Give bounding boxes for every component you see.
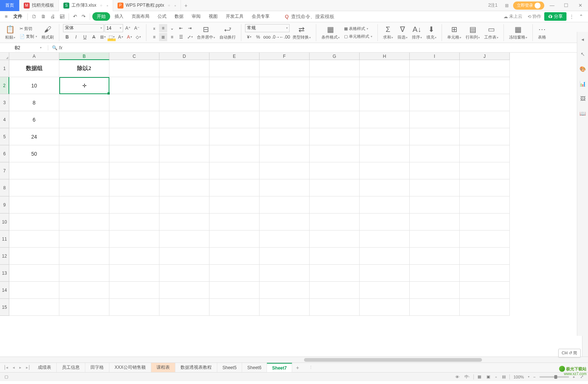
cell[interactable] — [310, 299, 360, 316]
table-more-button[interactable]: ⋯表格 — [536, 24, 548, 41]
cell[interactable] — [360, 299, 410, 316]
status-rec-icon[interactable]: ▢ — [3, 374, 10, 379]
cell[interactable] — [159, 282, 209, 299]
cell[interactable] — [159, 128, 209, 145]
cell[interactable] — [159, 179, 209, 196]
currency-icon[interactable]: ¥ — [245, 33, 253, 41]
cell[interactable] — [410, 128, 460, 145]
cell[interactable] — [310, 162, 360, 179]
cell[interactable] — [260, 128, 310, 145]
cell[interactable] — [310, 265, 360, 282]
cell[interactable] — [360, 265, 410, 282]
cell[interactable] — [260, 145, 310, 162]
row-header[interactable]: 4 — [0, 111, 9, 128]
column-header[interactable]: E — [209, 53, 260, 60]
save-as-icon[interactable]: 🗎 — [39, 12, 48, 21]
underline-button[interactable]: U — [81, 33, 89, 41]
cell[interactable] — [410, 60, 460, 77]
cell[interactable]: 50 — [9, 145, 59, 162]
fill-button[interactable]: ⬇填充▾ — [424, 24, 439, 41]
cell[interactable] — [460, 145, 510, 162]
increase-size-icon[interactable]: A⁺ — [124, 24, 132, 32]
cell[interactable] — [410, 179, 460, 196]
tab-options-icon[interactable]: ○ — [168, 3, 170, 7]
menu-tab-pagelayout[interactable]: 页面布局 — [128, 12, 153, 21]
cell[interactable] — [209, 111, 260, 128]
cellref-dropdown-icon[interactable]: ▾ — [40, 46, 42, 49]
row-header[interactable]: 10 — [0, 213, 9, 231]
cell[interactable] — [9, 265, 59, 282]
cell[interactable]: 10 — [9, 77, 59, 94]
cell[interactable] — [460, 282, 510, 299]
cell[interactable] — [59, 282, 109, 299]
cell[interactable] — [410, 282, 460, 299]
cell[interactable] — [159, 299, 209, 316]
cell[interactable] — [109, 231, 159, 248]
comma-icon[interactable]: ooo — [263, 33, 271, 41]
cell[interactable] — [460, 111, 510, 128]
row-header[interactable]: 9 — [0, 196, 9, 213]
cell[interactable] — [410, 162, 460, 179]
orientation-icon[interactable]: ⤢ — [186, 33, 194, 41]
cell[interactable] — [59, 128, 109, 145]
freeze-panes-button[interactable]: ▦冻结窗格▾ — [507, 24, 529, 41]
format-painter-button[interactable]: 🖌格式刷 — [39, 24, 56, 41]
align-middle-icon[interactable]: ≡ — [159, 24, 167, 32]
align-left-icon[interactable]: ≡ — [150, 33, 158, 41]
cell[interactable] — [59, 248, 109, 265]
percent-icon[interactable]: % — [254, 33, 262, 41]
cell[interactable] — [410, 111, 460, 128]
tab-options-icon[interactable]: ○ — [100, 3, 102, 7]
align-right-icon[interactable]: ≡ — [168, 33, 176, 41]
sheet-nav-first-icon[interactable]: ⎮◂ — [1, 365, 10, 370]
paste-button[interactable]: 📋粘贴▾ — [3, 24, 17, 41]
cell[interactable] — [260, 299, 310, 316]
search-fx-icon[interactable]: 🔍 — [52, 45, 57, 50]
maximize-button[interactable]: ☐ — [560, 3, 572, 8]
spreadsheet-grid[interactable]: ABCDEFGHIJ 123456789101112131415 数据组除以21… — [0, 53, 588, 357]
cell[interactable] — [109, 128, 159, 145]
cell[interactable] — [410, 77, 460, 94]
cell[interactable] — [310, 60, 360, 77]
sheet-tab[interactable]: 田字格 — [85, 363, 109, 372]
cell[interactable] — [159, 213, 209, 231]
row-header[interactable]: 11 — [0, 231, 9, 248]
cell[interactable] — [9, 299, 59, 316]
sheet-more-icon[interactable]: ⋮ — [307, 365, 315, 370]
filter-button[interactable]: ∇筛选▾ — [395, 24, 410, 41]
align-bottom-icon[interactable]: ⌄ — [168, 24, 176, 32]
highlight-button[interactable]: A — [116, 33, 125, 41]
cell[interactable] — [109, 282, 159, 299]
fill-color-button[interactable]: ⬚ — [108, 33, 116, 41]
row-col-button[interactable]: ▤行和列▾ — [463, 24, 482, 41]
cell[interactable] — [260, 60, 310, 77]
cell[interactable] — [310, 196, 360, 213]
menu-tab-member[interactable]: 会员专享 — [248, 12, 273, 21]
cell[interactable] — [410, 94, 460, 111]
cell[interactable] — [260, 282, 310, 299]
cell[interactable] — [260, 94, 310, 111]
cell[interactable] — [310, 231, 360, 248]
cell[interactable] — [159, 111, 209, 128]
decrease-size-icon[interactable]: A⁻ — [133, 24, 141, 32]
sheet-tab[interactable]: XXX公司销售额 — [109, 363, 151, 372]
cell[interactable] — [209, 94, 260, 111]
view-read-icon[interactable]: ▤ — [501, 374, 507, 379]
cell[interactable] — [260, 248, 310, 265]
cell[interactable] — [310, 145, 360, 162]
sheet-nav-last-icon[interactable]: ▸⎮ — [24, 365, 33, 370]
italic-button[interactable]: I — [72, 33, 80, 41]
cell[interactable] — [209, 196, 260, 213]
zoom-slider[interactable] — [539, 376, 569, 378]
cell[interactable] — [460, 179, 510, 196]
view-pagebreak-icon[interactable]: ▣ — [485, 374, 492, 379]
type-convert-button[interactable]: ⇄类型转换▾ — [290, 24, 313, 41]
cell[interactable] — [360, 213, 410, 231]
cell[interactable] — [209, 231, 260, 248]
status-eye-icon[interactable]: 👁 — [454, 375, 461, 379]
number-format-select[interactable]: 常规▾ — [245, 24, 290, 32]
cell[interactable] — [109, 248, 159, 265]
fx-label[interactable]: fx — [59, 45, 62, 50]
zoom-label[interactable]: 100% — [512, 375, 525, 379]
row-header[interactable]: 6 — [0, 145, 9, 162]
